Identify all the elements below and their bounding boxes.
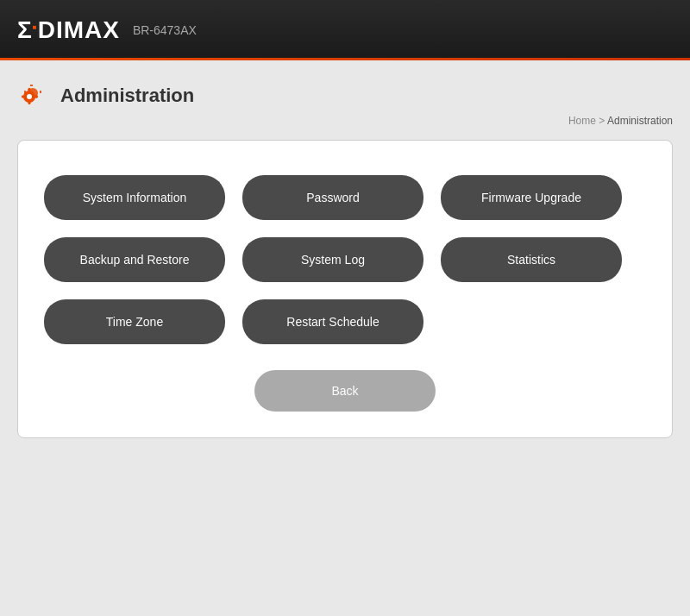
breadcrumb-separator: > bbox=[599, 115, 605, 127]
statistics-button[interactable]: Statistics bbox=[441, 237, 622, 282]
back-button[interactable]: Back bbox=[254, 370, 436, 412]
sigma-letter: Σ bbox=[17, 16, 33, 43]
model-number: BR-6473AX bbox=[133, 23, 197, 37]
system-log-button[interactable]: System Log bbox=[242, 237, 423, 282]
restart-schedule-button[interactable]: Restart Schedule bbox=[242, 299, 423, 344]
dimax-text: DIMAX bbox=[38, 16, 120, 43]
administration-icon bbox=[17, 78, 53, 114]
breadcrumb: Home > Administration bbox=[568, 115, 673, 127]
system-information-button[interactable]: System Information bbox=[44, 175, 225, 220]
button-row-3: Time Zone Restart Schedule bbox=[44, 299, 423, 344]
svg-rect-6 bbox=[28, 101, 31, 104]
header: Σ■DIMAX BR-6473AX bbox=[0, 0, 690, 60]
svg-rect-3 bbox=[22, 96, 25, 98]
content-card: System Information Password Firmware Upg… bbox=[17, 140, 673, 438]
breadcrumb-current: Administration bbox=[607, 115, 673, 127]
svg-point-2 bbox=[27, 94, 32, 99]
button-row-1: System Information Password Firmware Upg… bbox=[44, 175, 622, 220]
page-content: Administration Home > Administration Sys… bbox=[0, 60, 690, 616]
button-row-2: Backup and Restore System Log Statistics bbox=[44, 237, 622, 282]
backup-restore-button[interactable]: Backup and Restore bbox=[44, 237, 225, 282]
page-title-bar: Administration Home > Administration bbox=[17, 78, 673, 114]
logo: Σ■DIMAX bbox=[17, 16, 120, 44]
back-row: Back bbox=[44, 370, 646, 412]
time-zone-button[interactable]: Time Zone bbox=[44, 299, 225, 344]
password-button[interactable]: Password bbox=[242, 175, 423, 220]
button-grid: System Information Password Firmware Upg… bbox=[44, 175, 646, 344]
firmware-upgrade-button[interactable]: Firmware Upgrade bbox=[441, 175, 622, 220]
breadcrumb-home[interactable]: Home bbox=[568, 115, 596, 127]
page-title: Administration bbox=[60, 85, 194, 107]
